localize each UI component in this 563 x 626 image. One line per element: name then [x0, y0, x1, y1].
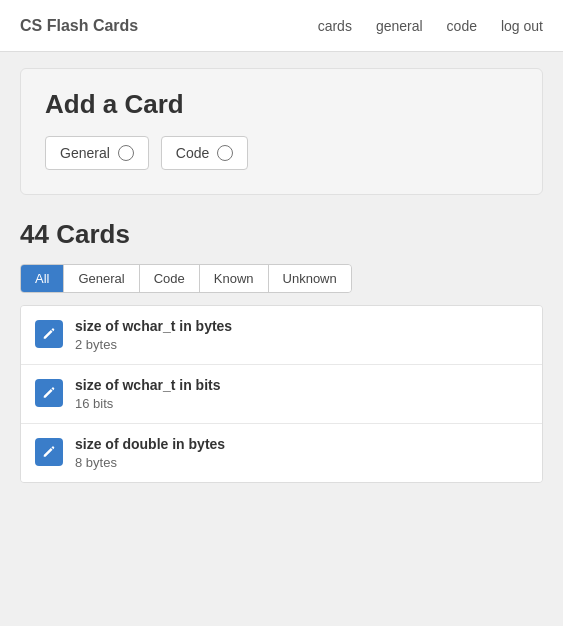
- card-answer: 16 bits: [75, 396, 220, 411]
- edit-icon: [42, 327, 56, 341]
- edit-icon: [42, 386, 56, 400]
- filter-tab-known[interactable]: Known: [200, 265, 269, 292]
- edit-card-button[interactable]: [35, 438, 63, 466]
- card-info: size of double in bytes 8 bytes: [75, 436, 225, 470]
- radio-label-general-text: General: [60, 145, 110, 161]
- radio-code[interactable]: [217, 145, 233, 161]
- main-content: Add a Card General Code 44 Cards All Gen…: [0, 52, 563, 499]
- filter-tab-general[interactable]: General: [64, 265, 139, 292]
- edit-icon: [42, 445, 56, 459]
- card-question: size of wchar_t in bits: [75, 377, 220, 393]
- radio-label-general[interactable]: General: [45, 136, 149, 170]
- cards-count: 44 Cards: [20, 219, 543, 250]
- nav-link-cards[interactable]: cards: [318, 18, 352, 34]
- filter-tab-unknown[interactable]: Unknown: [269, 265, 351, 292]
- list-item: size of wchar_t in bytes 2 bytes: [21, 306, 542, 365]
- cards-list: size of wchar_t in bytes 2 bytes size of…: [20, 305, 543, 483]
- card-answer: 2 bytes: [75, 337, 232, 352]
- radio-label-code[interactable]: Code: [161, 136, 248, 170]
- card-question: size of wchar_t in bytes: [75, 318, 232, 334]
- card-answer: 8 bytes: [75, 455, 225, 470]
- add-card-title: Add a Card: [45, 89, 518, 120]
- filter-tab-code[interactable]: Code: [140, 265, 200, 292]
- navbar-links: cards general code log out: [318, 18, 543, 34]
- edit-card-button[interactable]: [35, 320, 63, 348]
- navbar: CS Flash Cards cards general code log ou…: [0, 0, 563, 52]
- add-card-section: Add a Card General Code: [20, 68, 543, 195]
- card-type-radio-group: General Code: [45, 136, 518, 170]
- radio-label-code-text: Code: [176, 145, 209, 161]
- list-item: size of wchar_t in bits 16 bits: [21, 365, 542, 424]
- list-item: size of double in bytes 8 bytes: [21, 424, 542, 482]
- nav-link-logout[interactable]: log out: [501, 18, 543, 34]
- nav-link-code[interactable]: code: [447, 18, 477, 34]
- nav-link-general[interactable]: general: [376, 18, 423, 34]
- card-info: size of wchar_t in bits 16 bits: [75, 377, 220, 411]
- radio-general[interactable]: [118, 145, 134, 161]
- filter-tabs: All General Code Known Unknown: [20, 264, 352, 293]
- card-question: size of double in bytes: [75, 436, 225, 452]
- card-info: size of wchar_t in bytes 2 bytes: [75, 318, 232, 352]
- edit-card-button[interactable]: [35, 379, 63, 407]
- filter-tab-all[interactable]: All: [21, 265, 64, 292]
- navbar-brand: CS Flash Cards: [20, 17, 318, 35]
